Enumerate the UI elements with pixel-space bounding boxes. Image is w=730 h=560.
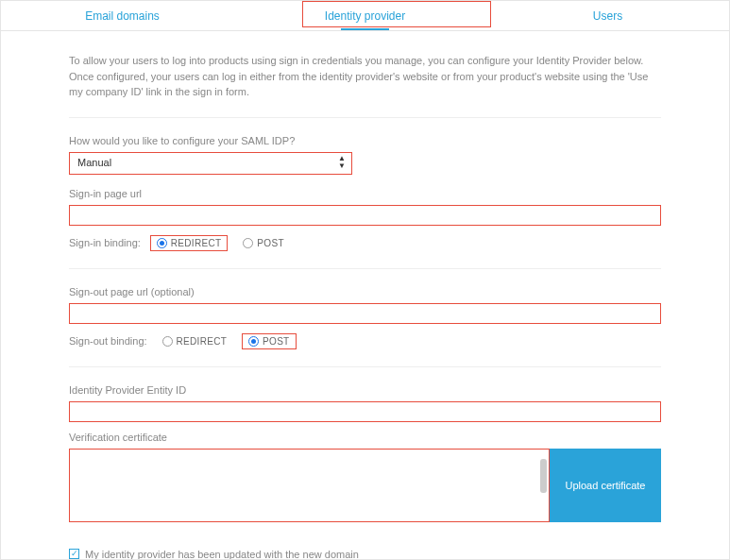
- cert-label: Verification certificate: [69, 432, 661, 443]
- radio-icon: [162, 336, 173, 347]
- entity-id-label: Identity Provider Entity ID: [69, 384, 661, 396]
- separator: [69, 117, 661, 118]
- upload-certificate-button[interactable]: Upload certificate: [550, 449, 661, 522]
- radio-label: POST: [263, 336, 289, 347]
- signin-binding-label: Sign-in binding:: [69, 237, 141, 248]
- separator: [69, 268, 661, 269]
- signin-url-input[interactable]: [69, 205, 661, 226]
- tab-users[interactable]: Users: [486, 1, 729, 30]
- tab-bar: Email domains Identity provider Users: [1, 1, 729, 31]
- signin-binding-redirect[interactable]: REDIRECT: [150, 235, 229, 251]
- signout-binding-row: Sign-out binding: REDIRECT POST: [69, 333, 661, 349]
- checkbox-icon: ✓: [69, 549, 79, 559]
- signin-url-label: Sign-in page url: [69, 188, 661, 199]
- select-arrows-icon: ▲▼: [338, 155, 346, 170]
- signout-binding-post[interactable]: POST: [242, 333, 296, 349]
- config-method-label: How would you like to configure your SAM…: [69, 135, 661, 146]
- radio-icon: [243, 238, 253, 248]
- separator: [69, 366, 661, 367]
- radio-label: REDIRECT: [177, 336, 228, 347]
- updated-checkbox-label: My identity provider has been updated wi…: [85, 549, 359, 560]
- signout-url-label: Sign-out page url (optional): [69, 286, 661, 297]
- settings-panel: Email domains Identity provider Users To…: [0, 0, 730, 560]
- config-method-select[interactable]: Manual ▲▼: [69, 152, 352, 175]
- signin-binding-row: Sign-in binding: REDIRECT POST: [69, 235, 661, 251]
- signout-url-input[interactable]: [69, 303, 661, 324]
- entity-id-input[interactable]: [69, 401, 661, 422]
- radio-icon: [157, 238, 167, 248]
- intro-text: To allow your users to log into products…: [69, 53, 661, 100]
- tab-email-domains[interactable]: Email domains: [1, 1, 244, 30]
- signin-binding-post[interactable]: POST: [237, 236, 289, 250]
- radio-icon: [248, 336, 259, 347]
- cert-textarea[interactable]: [69, 449, 550, 522]
- signout-binding-label: Sign-out binding:: [69, 335, 147, 347]
- content-area: To allow your users to log into products…: [1, 31, 729, 560]
- tab-identity-provider[interactable]: Identity provider: [244, 1, 486, 30]
- cert-row: Upload certificate: [69, 449, 661, 522]
- radio-label: POST: [257, 238, 283, 248]
- radio-label: REDIRECT: [171, 238, 222, 248]
- updated-checkbox-row[interactable]: ✓ My identity provider has been updated …: [69, 549, 661, 560]
- config-method-value: Manual: [70, 153, 351, 172]
- signout-binding-redirect[interactable]: REDIRECT: [157, 334, 233, 348]
